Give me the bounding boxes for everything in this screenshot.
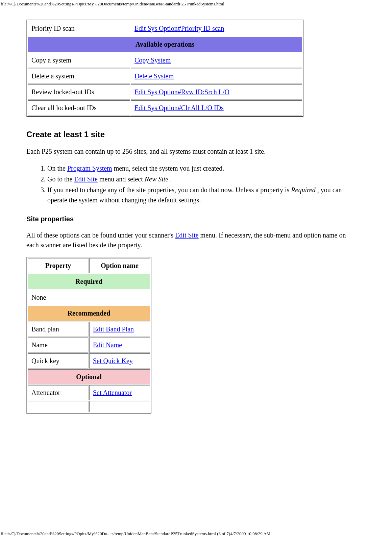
site-properties-heading: Site properties	[26, 215, 358, 223]
table-row: Copy a system Copy System	[28, 53, 302, 68]
cell-label: Review locked-out IDs	[28, 84, 130, 100]
list-item: Go to the Edit Site menu and select New …	[47, 174, 358, 184]
edit-band-plan-link[interactable]: Edit Band Plan	[93, 325, 134, 333]
cell-empty	[28, 401, 89, 412]
table-row	[28, 401, 150, 412]
step-emphasis: New Site	[145, 175, 169, 183]
url-footer: file:///C|/Documents%20and%20Settings/PO…	[0, 531, 392, 539]
table-row: Delete a system Delete System	[28, 69, 302, 84]
cell-empty	[89, 401, 150, 412]
table-row: Review locked-out IDs Edit Sys Option#Rv…	[28, 84, 302, 100]
table-row: Quick key Set Quick Key	[28, 353, 150, 369]
create-site-steps: On the Program System menu, select the s…	[26, 163, 358, 205]
cell-label: Clear all locked-out IDs	[28, 100, 130, 116]
step-emphasis: Required	[291, 186, 316, 194]
table-row: Priority ID scan Edit Sys Option#Priorit…	[28, 21, 302, 36]
set-quick-key-link[interactable]: Set Quick Key	[93, 357, 133, 365]
step-text: Go to the	[47, 175, 74, 183]
table-section-row: Optional	[28, 369, 150, 384]
table-row: Attenuator Set Attenuator	[28, 385, 150, 400]
th-property: Property	[28, 258, 89, 273]
cell-label: Attenuator	[28, 385, 89, 400]
step-text: .	[168, 175, 172, 183]
set-attenuator-link[interactable]: Set Attenuator	[93, 389, 132, 396]
cell-label: Name	[28, 338, 89, 353]
priority-id-scan-link[interactable]: Edit Sys Option#Priority ID scan	[134, 25, 224, 32]
available-operations-table: Priority ID scan Edit Sys Option#Priorit…	[26, 20, 303, 117]
delete-system-link[interactable]: Delete System	[134, 72, 174, 80]
create-site-heading: Create at least 1 site	[26, 130, 358, 139]
list-item: If you need to change any of the site pr…	[47, 185, 358, 205]
cell-link: Set Quick Key	[89, 353, 150, 369]
cell-link: Edit Sys Option#Priority ID scan	[131, 21, 302, 36]
create-site-intro: Each P25 system can contain up to 256 si…	[26, 147, 358, 156]
edit-site-link-2[interactable]: Edit Site	[175, 231, 198, 239]
step-text: If you need to change any of the site pr…	[47, 186, 291, 194]
cell-link: Edit Sys Option#Rvw ID:Srch L/O	[131, 84, 302, 100]
th-option-name: Option name	[89, 258, 150, 273]
step-text: menu, select the system you just created…	[112, 165, 224, 172]
step-text: menu and select	[98, 175, 145, 183]
site-properties-table: Property Option name Required None Recom…	[26, 257, 151, 414]
recommended-header: Recommended	[28, 306, 150, 321]
cell-link: Edit Sys Option#Clr All L/O IDs	[131, 100, 302, 116]
site-properties-intro: All of these options can be found under …	[26, 230, 358, 250]
cell-link: Set Attenuator	[89, 385, 150, 400]
table-row: None	[28, 290, 150, 305]
optional-header: Optional	[28, 369, 150, 384]
cell-none: None	[28, 290, 150, 305]
copy-system-link[interactable]: Copy System	[134, 56, 171, 64]
cell-label: Copy a system	[28, 53, 130, 68]
available-operations-header: Available operations	[28, 37, 302, 52]
program-system-link[interactable]: Program System	[67, 165, 112, 172]
table-row: Clear all locked-out IDs Edit Sys Option…	[28, 100, 302, 116]
cell-label: Delete a system	[28, 69, 130, 84]
table-section-row: Recommended	[28, 306, 150, 321]
review-locked-ids-link[interactable]: Edit Sys Option#Rvw ID:Srch L/O	[134, 88, 229, 96]
table-header-row: Available operations	[28, 37, 302, 52]
intro-text: All of these options can be found under …	[26, 231, 175, 239]
table-section-row: Required	[28, 274, 150, 289]
edit-name-link[interactable]: Edit Name	[93, 341, 122, 349]
table-header-row: Property Option name	[28, 258, 150, 273]
cell-label: Priority ID scan	[28, 21, 130, 36]
table-row: Name Edit Name	[28, 338, 150, 353]
cell-link: Edit Name	[89, 338, 150, 353]
table-row: Band plan Edit Band Plan	[28, 322, 150, 337]
cell-label: Band plan	[28, 322, 89, 337]
step-text: On the	[47, 165, 67, 172]
edit-site-link[interactable]: Edit Site	[74, 175, 97, 183]
cell-link: Delete System	[131, 69, 302, 84]
cell-link: Edit Band Plan	[89, 322, 150, 337]
url-header: file:///C|/Documents%20and%20Settings/PO…	[0, 0, 392, 7]
clear-locked-ids-link[interactable]: Edit Sys Option#Clr All L/O IDs	[134, 104, 224, 111]
list-item: On the Program System menu, select the s…	[47, 163, 358, 173]
cell-label: Quick key	[28, 353, 89, 369]
required-header: Required	[28, 274, 150, 289]
cell-link: Copy System	[131, 53, 302, 68]
